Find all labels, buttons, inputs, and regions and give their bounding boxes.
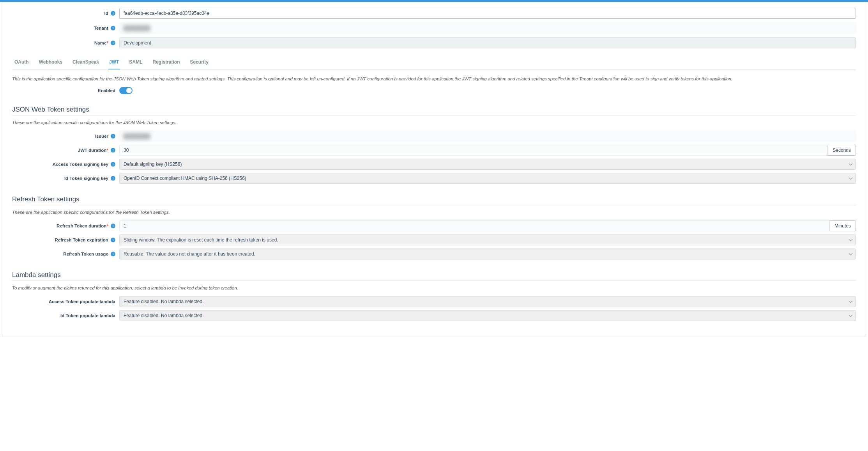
row-access-lambda: Access Token populate lambda Feature dis… xyxy=(12,296,856,307)
label-enabled: Enabled xyxy=(12,88,119,93)
info-icon[interactable]: i xyxy=(111,26,115,30)
info-icon[interactable]: i xyxy=(111,238,115,242)
jwt-duration-unit: Seconds xyxy=(827,145,856,156)
label-refresh-expiration: Refresh Token expiration i xyxy=(12,238,119,243)
label-id-key: Id Token signing key i xyxy=(12,176,119,181)
select-access-lambda[interactable]: Feature disabled. No lambda selected. xyxy=(119,296,856,307)
jwt-settings-desc: These are the application specific confi… xyxy=(12,120,856,125)
refresh-duration-unit: Minutes xyxy=(829,220,856,231)
tab-webhooks[interactable]: Webhooks xyxy=(38,56,63,69)
tab-oauth[interactable]: OAuth xyxy=(14,56,30,69)
chevron-down-icon xyxy=(849,314,852,318)
tab-registration[interactable]: Registration xyxy=(152,56,181,69)
divider xyxy=(12,281,856,281)
tab-jwt[interactable]: JWT xyxy=(108,56,120,69)
heading-refresh-settings: Refresh Token settings xyxy=(12,195,856,203)
row-refresh-usage: Refresh Token usage i Reusable. The valu… xyxy=(12,249,856,259)
row-issuer: Issuer i ████████ xyxy=(12,131,856,142)
row-refresh-duration: Refresh Token duration* i 1 Minutes xyxy=(12,220,856,231)
info-icon[interactable]: i xyxy=(111,11,115,16)
toggle-enabled[interactable] xyxy=(119,87,133,94)
chevron-down-icon xyxy=(849,162,852,166)
tabs: OAuthWebhooksCleanSpeakJWTSAMLRegistrati… xyxy=(12,56,856,69)
label-refresh-usage: Refresh Token usage i xyxy=(12,252,119,257)
input-id[interactable]: faa64edb-ecca-4acb-a35e-d83f395ac04e xyxy=(119,8,856,19)
label-issuer: Issuer i xyxy=(12,134,119,139)
select-refresh-expiration[interactable]: Sliding window. The expiration is reset … xyxy=(119,234,856,245)
divider xyxy=(12,115,856,115)
lambda-settings-desc: To modify or augment the claims returned… xyxy=(12,286,856,290)
info-icon[interactable]: i xyxy=(111,41,115,45)
label-access-lambda: Access Token populate lambda xyxy=(12,299,119,304)
jwt-intro: This is the application specific configu… xyxy=(12,76,856,81)
divider xyxy=(12,205,856,205)
tab-saml[interactable]: SAML xyxy=(129,56,143,69)
heading-lambda-settings: Lambda settings xyxy=(12,271,856,279)
info-icon[interactable]: i xyxy=(111,176,115,181)
label-id: Id i xyxy=(12,11,119,16)
row-name: Name* i Development xyxy=(12,37,856,48)
row-tenant: Tenant i ████████ xyxy=(12,23,856,34)
label-id-lambda: Id Token populate lambda xyxy=(12,313,119,318)
value-issuer: ████████ xyxy=(119,131,856,142)
chevron-down-icon xyxy=(849,252,852,256)
info-icon[interactable]: i xyxy=(111,224,115,228)
heading-jwt-settings: JSON Web Token settings xyxy=(12,106,856,114)
input-name[interactable]: Development xyxy=(119,37,856,48)
label-access-key: Access Token signing key i xyxy=(12,162,119,167)
info-icon[interactable]: i xyxy=(111,134,115,138)
info-icon[interactable]: i xyxy=(111,162,115,167)
tab-security[interactable]: Security xyxy=(189,56,209,69)
row-id-lambda: Id Token populate lambda Feature disable… xyxy=(12,310,856,321)
row-id-key: Id Token signing key i OpenID Connect co… xyxy=(12,173,856,184)
label-refresh-duration: Refresh Token duration* i xyxy=(12,224,119,229)
tab-cleanspeak[interactable]: CleanSpeak xyxy=(72,56,100,69)
refresh-settings-desc: These are the application specific confi… xyxy=(12,210,856,215)
select-id-key[interactable]: OpenID Connect compliant HMAC using SHA-… xyxy=(119,173,856,184)
select-id-lambda[interactable]: Feature disabled. No lambda selected. xyxy=(119,310,856,321)
label-name: Name* i xyxy=(12,41,119,46)
input-jwt-duration[interactable]: 30 xyxy=(119,145,827,156)
select-access-key[interactable]: Default signing key (HS256) xyxy=(119,159,856,170)
chevron-down-icon xyxy=(849,300,852,304)
row-jwt-duration: JWT duration* i 30 Seconds xyxy=(12,145,856,156)
label-jwt-duration: JWT duration* i xyxy=(12,148,119,153)
chevron-down-icon xyxy=(849,176,852,180)
row-enabled: Enabled xyxy=(12,87,856,94)
label-tenant: Tenant i xyxy=(12,26,119,31)
input-refresh-duration[interactable]: 1 xyxy=(119,220,829,231)
row-access-key: Access Token signing key i Default signi… xyxy=(12,159,856,170)
info-icon[interactable]: i xyxy=(111,252,115,256)
main-content: Id i faa64edb-ecca-4acb-a35e-d83f395ac04… xyxy=(2,2,866,336)
row-id: Id i faa64edb-ecca-4acb-a35e-d83f395ac04… xyxy=(12,8,856,19)
row-refresh-expiration: Refresh Token expiration i Sliding windo… xyxy=(12,234,856,245)
chevron-down-icon xyxy=(849,238,852,242)
info-icon[interactable]: i xyxy=(111,148,115,153)
select-refresh-usage[interactable]: Reusable. The value does not change afte… xyxy=(119,249,856,259)
value-tenant: ████████ xyxy=(119,23,856,34)
